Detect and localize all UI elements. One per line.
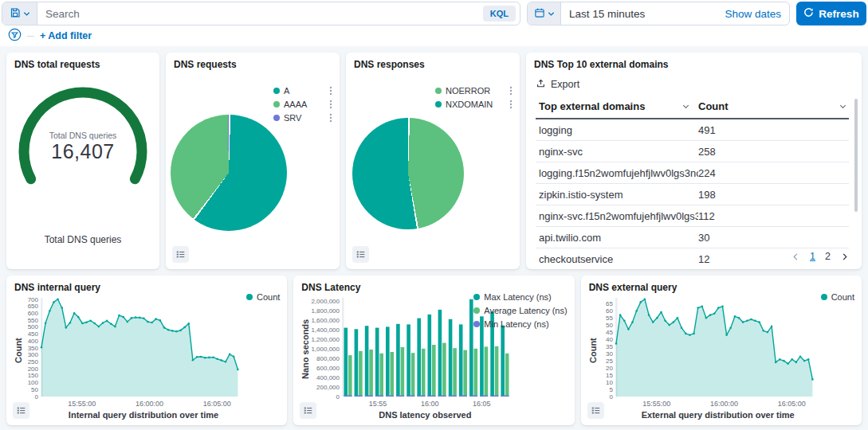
svg-text:30: 30 <box>606 350 613 358</box>
legend-toggle-button[interactable] <box>352 246 369 263</box>
kql-language-button[interactable]: KQL <box>483 6 516 22</box>
legend-toggle-button[interactable] <box>587 402 604 419</box>
svg-text:200,000: 200,000 <box>316 384 340 391</box>
page-numbers: 12 <box>810 251 831 262</box>
panel-title: DNS internal query <box>14 282 100 293</box>
table-row[interactable]: nginx-svc258 <box>536 141 849 162</box>
time-range-label[interactable]: Last 15 minutes <box>561 8 725 20</box>
svg-text:16:00:00: 16:00:00 <box>136 400 163 408</box>
legend-item-menu-button[interactable] <box>324 113 332 123</box>
legend-item[interactable]: Max Latency (ns) <box>473 292 567 302</box>
svg-text:15:55: 15:55 <box>369 400 387 408</box>
search-input[interactable] <box>37 8 483 20</box>
svg-text:100: 100 <box>28 379 39 386</box>
svg-text:25: 25 <box>606 358 613 365</box>
count-cell: 224 <box>698 167 849 179</box>
save-icon <box>10 7 21 21</box>
svg-text:550: 550 <box>28 317 39 324</box>
external-query-chart: 0510152025303540455055606515:55:0016:00:… <box>584 293 823 411</box>
chevron-down-icon <box>681 102 690 111</box>
responses-legend: NOERRORNXDOMAIN <box>435 86 513 113</box>
svg-text:45: 45 <box>606 329 613 336</box>
legend-item-menu-button[interactable] <box>505 86 513 96</box>
legend-label: A <box>284 86 320 96</box>
svg-text:16:05:00: 16:05:00 <box>777 400 805 408</box>
domains-table: Top external domains Count logging491ngi… <box>536 96 849 269</box>
svg-text:300: 300 <box>28 351 39 358</box>
table-row[interactable]: logging.f15n2womfujehfjlwv0lgs3nog....22… <box>536 162 849 184</box>
previous-page-button[interactable] <box>791 252 800 261</box>
domain-cell: zipkin.istio-system <box>539 189 698 201</box>
legend-item[interactable]: Count <box>246 292 280 302</box>
export-label: Export <box>551 79 579 90</box>
svg-text:60: 60 <box>606 307 613 315</box>
svg-text:16:05:00: 16:05:00 <box>203 400 231 408</box>
column-header-count[interactable]: Count <box>698 100 849 112</box>
saved-query-menu-button[interactable] <box>2 2 37 25</box>
svg-text:650: 650 <box>28 303 39 310</box>
page-number-2[interactable]: 2 <box>825 251 831 262</box>
panel-dns-responses: DNS responses NOERRORNXDOMAIN <box>346 53 520 269</box>
filter-icon[interactable] <box>8 28 22 45</box>
legend-item-menu-button[interactable] <box>324 100 332 109</box>
filter-bar: + Add filter <box>2 25 866 46</box>
legend-item[interactable]: Average Latency (ns) <box>473 306 567 315</box>
page-number-1[interactable]: 1 <box>810 251 815 262</box>
legend-label: NOERROR <box>446 86 501 96</box>
svg-text:40: 40 <box>606 336 613 343</box>
svg-text:15:55:00: 15:55:00 <box>68 400 96 408</box>
column-header-domains[interactable]: Top external domains <box>539 100 698 112</box>
column-header-label: Count <box>698 100 729 112</box>
requests-pie-chart[interactable] <box>171 115 287 231</box>
legend-item-menu-button[interactable] <box>505 100 513 109</box>
panel-dns-top-external-domains: DNS Top 10 external domains Export Top e… <box>526 53 862 269</box>
svg-text:55: 55 <box>606 315 613 322</box>
domain-cell: logging <box>539 124 698 136</box>
export-button[interactable]: Export <box>536 78 579 91</box>
refresh-button[interactable]: Refresh <box>796 2 866 25</box>
requests-legend: AAAAASRV <box>273 86 332 127</box>
svg-text:1,600,000: 1,600,000 <box>312 317 340 324</box>
domain-cell: logging.f15n2womfujehfjlwv0lgs3nog.... <box>539 167 698 179</box>
table-scrollbar[interactable] <box>854 99 858 212</box>
legend-label: NXDOMAIN <box>446 100 501 109</box>
table-row[interactable]: logging491 <box>536 119 849 141</box>
legend-item-menu-button[interactable] <box>324 86 332 96</box>
svg-text:0: 0 <box>336 393 340 401</box>
date-picker-calendar-button[interactable] <box>528 2 561 25</box>
svg-text:50: 50 <box>31 386 38 393</box>
svg-text:600,000: 600,000 <box>316 365 340 372</box>
legend-item[interactable]: Count <box>821 292 854 302</box>
legend-item[interactable]: Min Latency (ns) <box>473 319 567 329</box>
table-row[interactable]: zipkin.istio-system198 <box>536 184 849 205</box>
table-row[interactable]: nginx-svc.f15n2womfujehfjlwv0lgs3no...11… <box>536 205 849 227</box>
count-cell: 112 <box>698 210 849 222</box>
legend-dot-icon <box>435 101 442 108</box>
legend-toggle-button[interactable] <box>300 402 316 419</box>
legend-label: Max Latency (ns) <box>484 292 567 302</box>
svg-text:600: 600 <box>28 310 39 317</box>
legend-toggle-button[interactable] <box>172 246 189 263</box>
table-row[interactable]: api.twilio.com30 <box>536 227 849 248</box>
legend-item[interactable]: A <box>273 86 332 96</box>
add-filter-link[interactable]: + Add filter <box>40 30 92 41</box>
svg-text:1,000,000: 1,000,000 <box>312 346 340 353</box>
domains-table-header: Top external domains Count <box>536 96 849 119</box>
legend-item[interactable]: AAAA <box>273 100 332 109</box>
calendar-icon <box>534 7 545 21</box>
legend-item[interactable]: SRV <box>273 113 332 123</box>
next-page-button[interactable] <box>840 252 849 261</box>
legend-item[interactable]: NOERROR <box>435 86 513 96</box>
legend-toggle-button[interactable] <box>13 402 29 419</box>
legend-item[interactable]: NXDOMAIN <box>435 100 513 109</box>
panel-dns-external-query: DNS external query Count 051015202530354… <box>581 276 862 425</box>
internal-legend: Count <box>246 292 280 306</box>
panel-title: DNS requests <box>174 59 237 70</box>
show-dates-link[interactable]: Show dates <box>725 8 789 20</box>
domain-cell: nginx-svc.f15n2womfujehfjlwv0lgs3no... <box>539 210 698 222</box>
count-cell: 198 <box>698 189 849 201</box>
panel-dns-internal-query: DNS internal query Count 050100150200250… <box>6 276 287 425</box>
panel-dns-total-requests: DNS total requests Total DNS queries 16,… <box>6 53 159 269</box>
gauge-metric-label: Total DNS queries <box>6 131 159 140</box>
responses-pie-chart[interactable] <box>352 118 464 229</box>
